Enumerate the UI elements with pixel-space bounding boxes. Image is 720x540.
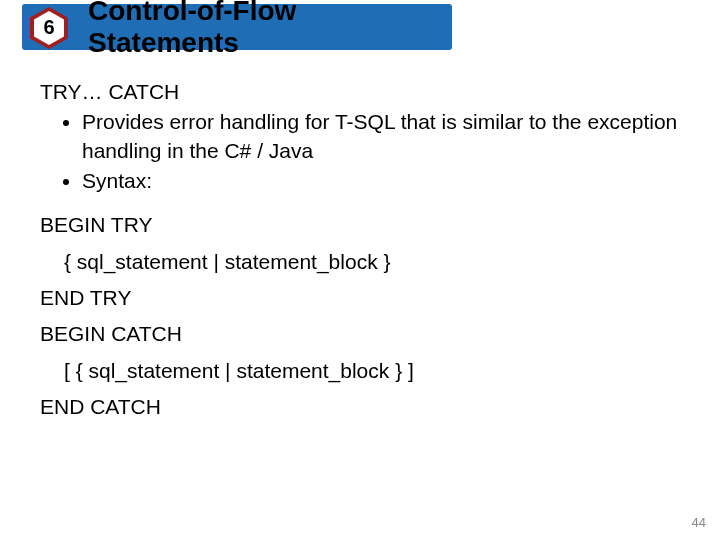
syntax-line: END CATCH	[40, 393, 680, 421]
section-badge: 6	[30, 7, 68, 49]
syntax-line: { sql_statement | statement_block }	[40, 248, 680, 276]
page-number: 44	[692, 515, 706, 530]
syntax-line: [ { sql_statement | statement_block } ]	[40, 357, 680, 385]
syntax-line: END TRY	[40, 284, 680, 312]
bullet-item: Provides error handling for T-SQL that i…	[82, 108, 680, 165]
syntax-block: BEGIN TRY { sql_statement | statement_bl…	[40, 211, 680, 421]
slide-body: TRY… CATCH Provides error handling for T…	[40, 78, 680, 429]
slide-title: Control-of-Flow Statements	[88, 0, 452, 59]
syntax-line: BEGIN TRY	[40, 211, 680, 239]
syntax-line: BEGIN CATCH	[40, 320, 680, 348]
title-bar: Control-of-Flow Statements	[22, 4, 452, 50]
slide: Control-of-Flow Statements 6 TRY… CATCH …	[0, 0, 720, 540]
bullet-list: Provides error handling for T-SQL that i…	[40, 108, 680, 195]
subheading: TRY… CATCH	[40, 78, 680, 106]
section-number: 6	[43, 17, 54, 37]
bullet-item: Syntax:	[82, 167, 680, 195]
